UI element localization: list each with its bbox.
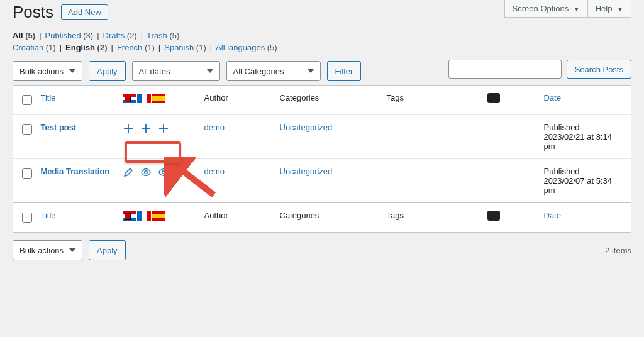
- lang-filter-spanish[interactable]: Spanish (1): [164, 43, 206, 52]
- bulk-actions-select[interactable]: Bulk actions: [13, 61, 82, 81]
- flag-hr-icon: [123, 211, 136, 221]
- col-date[interactable]: Date: [538, 86, 631, 115]
- search-box: Search Posts: [448, 60, 631, 79]
- view-translation-es-icon[interactable]: [158, 167, 169, 178]
- svg-point-0: [144, 171, 147, 174]
- view-translation-fr-icon[interactable]: [140, 167, 152, 178]
- col-tags: Tags: [380, 86, 481, 115]
- col-categories: Categories: [274, 86, 380, 115]
- add-translation-fr-icon[interactable]: [140, 123, 152, 134]
- post-title-link[interactable]: Test post: [41, 123, 77, 132]
- table-row: Media TranslationdemoUncategorized——Publ…: [13, 159, 631, 203]
- flag-es-icon: [152, 94, 165, 103]
- comments-value: —: [487, 123, 496, 132]
- screen-options-button[interactable]: Screen Options ▼: [504, 0, 588, 18]
- bulk-apply-button[interactable]: Apply: [89, 61, 126, 81]
- date-cell: Published2023/02/21 at 8:14 pm: [538, 115, 631, 159]
- bulk-apply-button-bottom[interactable]: Apply: [89, 240, 126, 260]
- status-filter-all[interactable]: All (5): [13, 31, 35, 40]
- author-link[interactable]: demo: [204, 167, 225, 176]
- add-translation-hr-icon[interactable]: [123, 123, 134, 134]
- select-all-checkbox[interactable]: [22, 95, 32, 105]
- row-checkbox[interactable]: [22, 124, 32, 135]
- col-translations: [116, 86, 198, 115]
- flag-hr-icon: [123, 94, 136, 103]
- select-all-checkbox-foot[interactable]: [22, 213, 32, 223]
- post-title-link[interactable]: Media Translation: [41, 167, 110, 176]
- chevron-down-icon: ▼: [617, 6, 623, 13]
- comments-value: —: [487, 167, 496, 176]
- category-link[interactable]: Uncategorized: [280, 167, 333, 176]
- bulk-actions-select-bottom[interactable]: Bulk actions: [13, 240, 82, 260]
- status-filter-row: All (5)|Published (3)|Drafts (2)|Trash (…: [13, 31, 631, 40]
- page-title: Posts: [13, 3, 53, 22]
- tablenav-bottom: Bulk actions Apply 2 items: [13, 240, 631, 260]
- col-author: Author: [198, 86, 274, 115]
- lang-filter-french[interactable]: French (1): [117, 43, 155, 52]
- status-filter-trash[interactable]: Trash (5): [147, 31, 179, 40]
- comment-icon: [487, 93, 500, 103]
- category-filter-select[interactable]: All Categories: [226, 61, 321, 81]
- col-comments[interactable]: [481, 86, 538, 115]
- posts-table: Title Author Categories Tags Date Test p…: [13, 85, 631, 233]
- screen-options-label: Screen Options: [513, 4, 569, 13]
- author-link[interactable]: demo: [204, 123, 225, 132]
- date-filter-select[interactable]: All dates: [132, 61, 220, 81]
- tags-value: —: [387, 123, 395, 132]
- screen-meta-links: Screen Options ▼ Help ▼: [504, 0, 631, 18]
- flag-fr-icon: [137, 94, 151, 103]
- language-filter-row: Croatian (1)|English (2)|French (1)|Span…: [13, 43, 631, 52]
- status-filter-drafts[interactable]: Drafts (2): [103, 31, 137, 40]
- category-link[interactable]: Uncategorized: [280, 123, 333, 132]
- select-all-header: [13, 86, 35, 115]
- date-cell: Published2023/02/07 at 5:34 pm: [538, 159, 631, 203]
- comment-icon: [487, 211, 500, 221]
- table-row: Test postdemoUncategorized——Published202…: [13, 115, 631, 159]
- add-translation-es-icon[interactable]: [158, 123, 169, 134]
- filter-button[interactable]: Filter: [327, 61, 362, 81]
- svg-point-1: [162, 171, 165, 174]
- flag-es-icon: [152, 211, 165, 221]
- tags-value: —: [387, 167, 395, 176]
- help-button[interactable]: Help ▼: [587, 0, 631, 18]
- edit-translation-hr-icon[interactable]: [123, 167, 134, 178]
- items-count-bottom: 2 items: [605, 246, 631, 255]
- lang-filter-english[interactable]: English (2): [65, 43, 107, 52]
- col-title-foot[interactable]: Title: [35, 203, 116, 233]
- col-title[interactable]: Title: [35, 86, 116, 115]
- lang-filter-all-languages[interactable]: All languages (5): [216, 43, 277, 52]
- status-filter-published[interactable]: Published (3): [45, 31, 94, 40]
- search-posts-button[interactable]: Search Posts: [567, 60, 631, 79]
- row-checkbox[interactable]: [22, 168, 32, 179]
- chevron-down-icon: ▼: [574, 6, 580, 13]
- lang-filter-croatian[interactable]: Croatian (1): [13, 43, 56, 52]
- search-input[interactable]: [448, 60, 562, 79]
- help-label: Help: [596, 4, 613, 13]
- add-new-button[interactable]: Add New: [61, 4, 108, 20]
- flag-fr-icon: [137, 211, 151, 221]
